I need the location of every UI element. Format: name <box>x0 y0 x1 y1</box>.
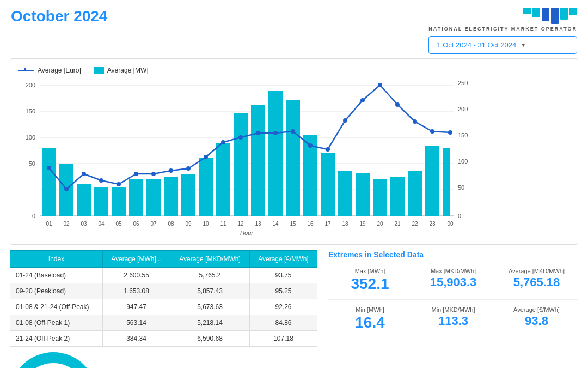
stats-table-wrapper: Index Average [MWh]... Average [MKD/MWh]… <box>10 250 317 347</box>
table-header-row: Index Average [MWh]... Average [MKD/MWh]… <box>10 251 317 268</box>
legend-line-label: Average [Euro] <box>38 67 81 74</box>
extreme-avg-eur-value: 93.8 <box>497 314 576 328</box>
svg-text:16: 16 <box>307 221 314 227</box>
line-chart <box>49 85 450 189</box>
svg-text:21: 21 <box>394 221 401 227</box>
bottom-section: Index Average [MWh]... Average [MKD/MWh]… <box>0 250 588 347</box>
line-dot-16 <box>308 143 313 148</box>
svg-text:18: 18 <box>342 221 348 227</box>
logo-bar-3 <box>542 8 549 21</box>
logo-bar-6 <box>569 8 577 15</box>
line-dot-22 <box>413 119 417 124</box>
logo-bars <box>428 8 577 24</box>
line-dot-18 <box>343 118 347 123</box>
bar-10 <box>199 158 213 216</box>
logo-subtitle: NATIONAL ELECTRICITY MARKET OPERATOR <box>428 26 577 32</box>
svg-text:02: 02 <box>63 221 70 227</box>
row3-eur: 92.26 <box>249 299 317 315</box>
date-range-selector[interactable]: 1 Oct 2024 - 31 Oct 2024 ▼ <box>428 36 577 54</box>
svg-text:07: 07 <box>150 221 157 227</box>
bar-05 <box>112 187 126 216</box>
legend-bar-item: Average [MW] <box>94 67 149 74</box>
row5-index: 21-24 (Off-Peak 2) <box>10 331 103 347</box>
svg-text:10: 10 <box>203 221 209 227</box>
logo-bar-5 <box>560 8 568 20</box>
date-range-label: 1 Oct 2024 - 31 Oct 2024 <box>437 41 516 49</box>
row5-mkd: 6,590.68 <box>170 331 250 347</box>
legend-line-item: Average [Euro] <box>18 67 81 74</box>
svg-text:20: 20 <box>377 221 383 227</box>
bar-19 <box>356 173 370 216</box>
svg-text:100: 100 <box>26 134 35 141</box>
bar-04 <box>94 187 108 216</box>
svg-text:08: 08 <box>168 221 174 227</box>
line-dot-09 <box>186 166 191 171</box>
line-dot-17 <box>326 147 330 152</box>
extreme-min-mwh-label: Min [MWh] <box>330 306 409 313</box>
svg-text:19: 19 <box>359 221 366 227</box>
row2-mkd: 5,857.43 <box>170 283 250 299</box>
line-dot-00 <box>448 130 452 135</box>
row3-mwh: 947.47 <box>102 299 170 315</box>
svg-text:15: 15 <box>290 221 296 227</box>
col-header-index: Index <box>10 251 103 268</box>
bar-06 <box>129 179 143 216</box>
table-header: Index Average [MWh]... Average [MKD/MWh]… <box>10 251 317 268</box>
legend-line-icon <box>18 70 34 71</box>
svg-text:0: 0 <box>458 213 461 219</box>
line-dot-19 <box>360 98 365 102</box>
bar-03 <box>77 184 91 216</box>
row2-eur: 95.25 <box>249 283 317 299</box>
bar-13 <box>251 105 265 216</box>
bar-12 <box>234 113 248 216</box>
line-dot-21 <box>395 102 400 107</box>
extreme-max-mkd-value: 15,903.3 <box>414 275 493 289</box>
extreme-min-mwh-value: 16.4 <box>330 314 409 331</box>
extreme-max-mwh-value: 352.1 <box>330 275 409 293</box>
bar-09 <box>181 174 195 216</box>
table-row: 21-24 (Off-Peak 2) 384.34 6,590.68 107.1… <box>10 331 317 347</box>
bar-00 <box>443 148 450 216</box>
svg-text:0: 0 <box>32 213 35 219</box>
row4-index: 01-08 (Off-Peak 1) <box>10 315 103 331</box>
table-row: 09-20 (Peakload) 1,653.08 5,857.43 95.25 <box>10 283 317 299</box>
line-dot-14 <box>273 131 278 135</box>
bar-22 <box>408 171 422 216</box>
svg-text:23: 23 <box>429 221 436 227</box>
line-dot-06 <box>134 172 138 176</box>
bar-21 <box>390 177 405 216</box>
svg-text:09: 09 <box>185 221 192 227</box>
line-dot-03 <box>82 172 86 176</box>
extremes-title: Extremes in Selected Data <box>328 250 578 259</box>
svg-text:05: 05 <box>115 221 122 227</box>
chart-legend: Average [Euro] Average [MW] <box>18 67 570 74</box>
bar-15 <box>286 100 300 216</box>
svg-text:200: 200 <box>26 82 35 88</box>
page-header: October 2024 NATIONAL ELECTRICITY MARKET… <box>0 0 588 58</box>
row5-eur: 107.18 <box>249 331 317 347</box>
row1-mkd: 5,765.2 <box>170 268 250 283</box>
legend-bar-icon <box>94 67 104 74</box>
col-header-mwh: Average [MWh]... <box>102 251 170 268</box>
line-dot-08 <box>169 168 173 173</box>
row4-eur: 84.86 <box>249 315 317 331</box>
logo-bar-1 <box>523 8 531 14</box>
row4-mkd: 5,218.14 <box>170 315 250 331</box>
extreme-avg-eur-cell: Average [€/MWh] 93.8 <box>495 303 578 335</box>
main-chart-container: Average [Euro] Average [MW] 200 150 100 … <box>10 58 578 245</box>
bar-07 <box>146 179 161 216</box>
svg-text:03: 03 <box>81 221 87 227</box>
row3-index: 01-08 & 21-24 (Off-Peak) <box>10 299 103 315</box>
svg-text:13: 13 <box>255 221 261 227</box>
extreme-min-mwh-cell: Min [MWh] 16.4 <box>328 303 412 335</box>
svg-text:Hour: Hour <box>240 230 254 236</box>
extreme-max-mkd-label: Max [MKD/MWh] <box>414 268 493 274</box>
extreme-max-mwh-cell: Max [MWh] 352.1 <box>328 264 412 296</box>
svg-text:150: 150 <box>26 108 35 114</box>
logo-bar-2 <box>532 8 540 17</box>
extreme-avg-mkd-value: 5,765.18 <box>497 275 576 289</box>
page-title: October 2024 <box>11 8 107 25</box>
row1-index: 01-24 (Baseload) <box>10 268 103 283</box>
arc-circle <box>10 352 97 368</box>
logo-area: NATIONAL ELECTRICITY MARKET OPERATOR 1 O… <box>428 8 577 54</box>
